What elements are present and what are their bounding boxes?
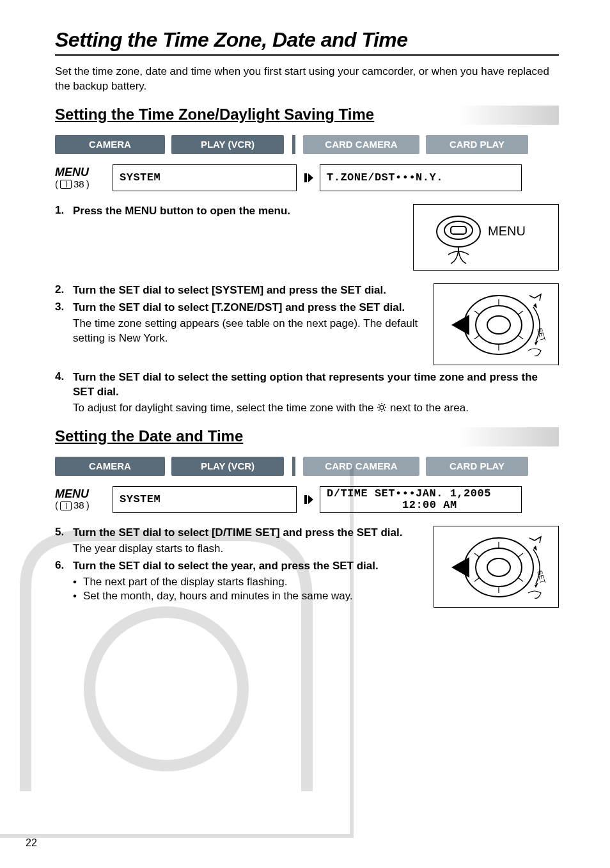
svg-point-5 [476, 306, 522, 344]
mode-play-vcr: PLAY (VCR) [171, 135, 284, 154]
step-number: 4. [55, 370, 73, 416]
step-desc: The year display starts to flash. [73, 542, 426, 556]
step-text: Turn the SET dial to select the year, an… [73, 559, 426, 574]
svg-point-0 [90, 612, 243, 766]
menu-ref-num: 38 [74, 179, 84, 190]
menu-box-system: SYSTEM [113, 486, 297, 513]
menu-value-tzone: T.ZONE/DST•••N.Y. [327, 172, 443, 184]
mode-camera: CAMERA [55, 135, 165, 154]
step-number: 5. [55, 526, 73, 556]
menu-box-system: SYSTEM [113, 164, 297, 191]
svg-point-2 [444, 221, 473, 239]
triangle-play-icon [303, 172, 315, 184]
bullet: •Set the month, day, hours and minutes i… [73, 589, 426, 604]
menu-value-dtime-l2: 12:00 AM [327, 500, 457, 511]
menu-path-row-2: MENU ( 38) SYSTEM D/TIME SET•••JAN. 1,20… [55, 486, 559, 513]
step-6: 6. Turn the SET dial to select the year,… [55, 559, 426, 604]
mode-card-play: CARD PLAY [426, 457, 528, 476]
section-heading-datetime: Setting the Date and Time [55, 427, 559, 446]
step-5: 5. Turn the SET dial to select [D/TIME S… [55, 526, 426, 556]
step-text: Turn the SET dial to select the setting … [73, 370, 559, 400]
svg-line-25 [384, 404, 386, 406]
mode-row-1: CAMERA PLAY (VCR) CARD CAMERA CARD PLAY [55, 135, 559, 154]
svg-rect-3 [451, 226, 466, 234]
section-heading-timezone: Setting the Time Zone/Daylight Saving Ti… [55, 106, 559, 125]
step-1: 1. Press the MENU button to open the men… [55, 204, 405, 219]
menu-value-dtime-l1: D/TIME SET•••JAN. 1,2005 [327, 488, 491, 500]
svg-point-17 [380, 406, 384, 409]
bullet-text: Set the month, day, hours and minutes in… [83, 589, 353, 604]
menu-box-dtime: D/TIME SET•••JAN. 1,2005 12:00 AM [320, 486, 522, 513]
mode-card-camera: CARD CAMERA [303, 135, 419, 154]
svg-line-9 [518, 335, 523, 339]
svg-line-11 [474, 335, 480, 339]
mode-play-vcr: PLAY (VCR) [171, 457, 284, 476]
step-desc-pre: To adjust for daylight saving time, sele… [73, 402, 377, 414]
menu-box-tzone: T.ZONE/DST•••N.Y. [320, 164, 522, 191]
menu-button-illustration: MENU [413, 204, 559, 271]
svg-point-27 [476, 548, 522, 587]
step-number: 6. [55, 559, 73, 604]
mode-separator [290, 135, 297, 154]
svg-line-24 [379, 409, 380, 411]
mode-card-play: CARD PLAY [426, 135, 528, 154]
step-3: 3. Turn the SET dial to select [T.ZONE/D… [55, 301, 426, 346]
svg-point-28 [487, 558, 510, 576]
page-number: 22 [26, 837, 37, 849]
step-desc-post: next to the area. [390, 402, 469, 414]
svg-line-23 [384, 409, 386, 411]
triangle-play-icon [303, 494, 315, 505]
step-number: 2. [55, 283, 73, 298]
bullet-text: The next part of the display starts flas… [83, 575, 287, 590]
step-desc: To adjust for daylight saving time, sele… [73, 401, 559, 416]
svg-point-6 [487, 316, 510, 334]
menu-label-block: MENU ( 38) [55, 166, 109, 189]
svg-text:SET: SET [536, 327, 547, 342]
menu-word: MENU [55, 488, 109, 501]
set-dial-illustration: SET [434, 526, 559, 608]
set-dial-illustration: SET [434, 283, 559, 365]
intro-text: Set the time zone, date and time when yo… [55, 65, 559, 94]
menu-label-block: MENU ( 38) [55, 488, 109, 511]
menu-page-ref: ( 38) [55, 500, 109, 511]
svg-marker-35 [451, 557, 469, 578]
svg-line-30 [518, 553, 523, 557]
book-icon [60, 501, 72, 510]
book-icon [60, 180, 72, 189]
step-number: 3. [55, 301, 73, 346]
step-text: Press the MENU button to open the menu. [73, 204, 405, 219]
sun-icon [377, 402, 387, 413]
step-4: 4. Turn the SET dial to select the setti… [55, 370, 559, 416]
menu-page-ref: ( 38) [55, 179, 109, 190]
svg-marker-13 [451, 315, 469, 335]
svg-line-33 [474, 578, 480, 581]
menu-illus-label: MENU [488, 224, 526, 238]
step-text: Turn the SET dial to select [SYSTEM] and… [73, 283, 426, 298]
svg-line-12 [474, 311, 480, 315]
svg-text:SET: SET [536, 569, 547, 585]
step-number: 1. [55, 204, 73, 219]
svg-line-31 [518, 578, 523, 581]
svg-line-22 [379, 404, 380, 406]
step-desc: The time zone setting appears (see table… [73, 317, 426, 346]
mode-camera: CAMERA [55, 457, 165, 476]
page-title: Setting the Time Zone, Date and Time [55, 28, 559, 56]
bullet: •The next part of the display starts fla… [73, 575, 426, 590]
svg-line-8 [518, 311, 523, 315]
svg-line-34 [474, 553, 480, 557]
menu-ref-num: 38 [74, 500, 84, 511]
step-text: Turn the SET dial to select [T.ZONE/DST]… [73, 301, 426, 315]
mode-card-camera: CARD CAMERA [303, 457, 419, 476]
mode-separator [290, 457, 297, 476]
mode-row-2: CAMERA PLAY (VCR) CARD CAMERA CARD PLAY [55, 457, 559, 476]
step-2: 2. Turn the SET dial to select [SYSTEM] … [55, 283, 426, 298]
menu-path-row-1: MENU ( 38) SYSTEM T.ZONE/DST•••N.Y. [55, 164, 559, 191]
step-text: Turn the SET dial to select [D/TIME SET]… [73, 526, 426, 541]
menu-word: MENU [55, 166, 109, 179]
